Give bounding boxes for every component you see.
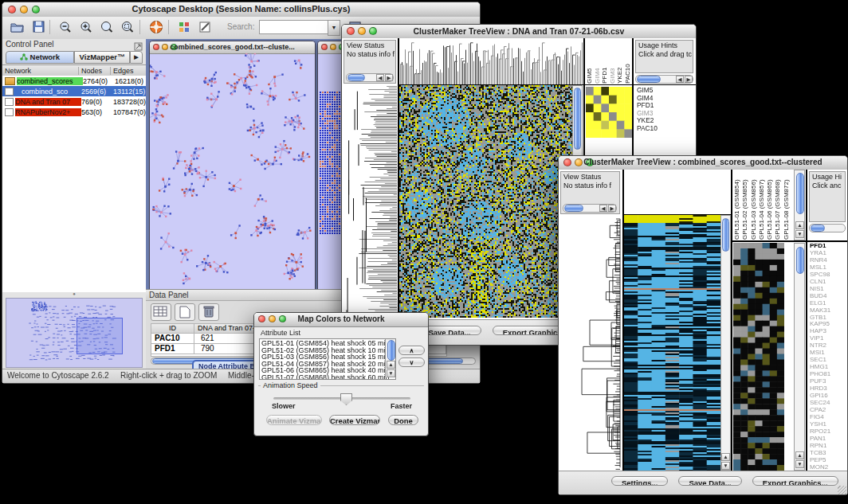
tab-network[interactable]: Network (6, 51, 74, 64)
tv2-column-label[interactable]: GPL51-04 (GSM857) (758, 171, 766, 240)
scroll-right-icon[interactable]: ▶ (385, 74, 393, 81)
scroll-left-icon[interactable]: ◀ (599, 205, 607, 212)
scroll-down-icon[interactable]: ▼ (795, 230, 804, 238)
slider-thumb[interactable] (340, 393, 352, 405)
dialog-titlebar[interactable]: Map Colors to Network (254, 313, 428, 327)
tv2-action-button[interactable]: Export Graphics... (752, 476, 838, 486)
attribute-table-icon[interactable] (151, 303, 171, 321)
scrollbar-thumb[interactable] (564, 205, 583, 212)
panel-splitter-handle[interactable]: ● (2, 292, 146, 297)
scroll-up-icon[interactable]: ▲ (721, 453, 730, 461)
save-icon[interactable] (29, 18, 49, 37)
overview-viewport-rect[interactable] (77, 318, 123, 354)
scrollbar-thumb[interactable] (722, 218, 729, 252)
tv1-column-label[interactable]: YKE2 (616, 39, 624, 84)
tv2-heatmap-canvas[interactable] (624, 215, 720, 471)
delete-attribute-icon[interactable] (198, 303, 219, 321)
create-vizmap-button[interactable]: Create Vizmap (329, 415, 380, 425)
tv2-action-button[interactable]: Save Data... (678, 476, 741, 486)
zoom-out-icon[interactable] (55, 18, 76, 37)
network-list-row[interactable]: RNAPuberNov2+ 563(0) 107847(0) (2, 107, 146, 117)
tv2-column-label[interactable]: GPL51-08 (GSM872) (783, 171, 791, 240)
scroll-up-icon[interactable]: ▲ (387, 361, 395, 369)
search-input[interactable] (259, 20, 329, 34)
tv1-gene-item[interactable]: PAC10 (637, 125, 693, 133)
scroll-down-icon[interactable]: ▼ (721, 462, 730, 470)
tv2-column-label[interactable]: GPL51-06 (GSM865) (766, 171, 774, 240)
move-down-button[interactable]: ∨ (398, 357, 425, 367)
tv2-zoom-heatmap-canvas[interactable] (733, 243, 784, 471)
tv1-column-label[interactable]: PFD1 (601, 39, 609, 84)
scrollbar-thumb[interactable] (796, 173, 804, 214)
tv2-zoom-vscrollbar[interactable]: ▲ ▼ (794, 243, 805, 471)
zoom-in-icon[interactable] (76, 18, 96, 37)
tv2-gene-item[interactable]: MON2 (810, 464, 846, 471)
treeview2-titlebar[interactable]: ClusterMaker TreeView : combined_scores_… (559, 156, 847, 170)
tv2-column-label[interactable]: GPL51-03 (GSM856) (750, 171, 758, 240)
tv1-column-dendrogram-canvas[interactable] (399, 39, 583, 84)
attribute-listbox[interactable]: GPL51-01 (GSM854) heat shock 05 minGPL51… (259, 338, 396, 380)
scroll-up-icon[interactable]: ▲ (795, 221, 804, 229)
tv1-column-label[interactable]: GIM4 (594, 39, 602, 84)
scroll-up-icon[interactable]: ▲ (795, 451, 804, 459)
scroll-right-icon[interactable]: ▶ (608, 205, 616, 212)
tv1-column-label[interactable]: PAC10 (624, 39, 632, 84)
tv1-row-dendrogram-canvas[interactable] (344, 85, 397, 318)
network-graph-canvas[interactable] (150, 53, 313, 288)
tv2-row-dendrogram-canvas[interactable] (559, 216, 622, 471)
minimize-button[interactable] (330, 44, 336, 50)
scroll-left-icon[interactable]: ◀ (376, 74, 384, 81)
network-list-row[interactable]: combined_sco 2569(6) 13112(15) (2, 86, 146, 96)
network-overview-panel[interactable] (6, 298, 143, 368)
tv2-labels-vscrollbar[interactable]: ▲ ▼ (794, 170, 805, 240)
annotation-icon[interactable] (195, 18, 216, 37)
tv2-column-label[interactable]: GPL51-01 (GSM854) (733, 171, 741, 240)
tv2-column-label[interactable]: GPL51-07 (GSM868) (774, 171, 782, 240)
open-file-icon[interactable] (7, 18, 28, 37)
network-file-icon (5, 77, 15, 85)
tv1-column-label[interactable]: GIM3 (609, 39, 617, 84)
data-panel-title: Data Panel (149, 291, 188, 299)
done-button[interactable]: Done (388, 415, 418, 425)
tab-vizmapper[interactable]: VizMapper™ (74, 51, 130, 64)
attribute-item[interactable]: GPL51-07 (GSM868) heat shock 60 min (261, 374, 384, 380)
treeview1-titlebar[interactable]: ClusterMaker TreeView : DNA and Tran 07-… (342, 25, 696, 39)
tv1-heatmap-canvas[interactable] (399, 85, 572, 318)
search-dropdown-icon[interactable]: ▼ (328, 20, 340, 36)
tv1-correlation-matrix-canvas[interactable] (586, 87, 632, 138)
tv2-column-label[interactable]: GPL51-02 (GSM855) (741, 171, 749, 240)
close-button[interactable] (321, 44, 328, 50)
scroll-down-icon[interactable]: ▼ (387, 369, 395, 377)
zoom-fit-icon[interactable] (96, 18, 117, 37)
move-up-button[interactable]: ∧ (398, 346, 425, 355)
scrollbar-thumb[interactable] (811, 225, 825, 232)
scrollbar-thumb[interactable] (637, 76, 661, 83)
tv2-status-hscrollbar[interactable]: ◀ ▶ (563, 204, 617, 213)
tv1-column-label[interactable]: GIM5 (586, 39, 594, 84)
scroll-left-icon[interactable]: ◀ (676, 76, 684, 83)
main-titlebar[interactable]: Cytoscape Desktop (Session Name: collins… (2, 2, 480, 18)
resize-grip[interactable] (838, 486, 846, 494)
scrollbar-thumb[interactable] (574, 88, 581, 150)
tv2-action-button[interactable]: Settings... (611, 476, 668, 486)
tab-overflow-arrow-icon[interactable]: ▶ (130, 51, 143, 64)
new-attribute-icon[interactable] (175, 303, 195, 321)
animation-speed-slider[interactable] (273, 397, 410, 400)
zoom-selected-icon[interactable] (117, 18, 138, 37)
tv1-status-hscrollbar[interactable]: ◀ ▶ (346, 73, 394, 82)
tv2-heatmap-vscrollbar[interactable]: ▲ ▼ (720, 215, 731, 471)
animate-vizmap-button[interactable]: Animate Vizmap (266, 415, 322, 425)
help-icon[interactable] (146, 18, 167, 37)
scrollbar-thumb[interactable] (387, 340, 395, 361)
scroll-right-icon[interactable]: ▶ (685, 76, 693, 83)
tv2-hints-hscrollbar[interactable] (809, 224, 846, 232)
attribute-list-vscrollbar[interactable]: ▲ ▼ (385, 339, 395, 377)
network-view-titlebar[interactable]: combined_scores_good.txt--cluste... (150, 41, 315, 54)
vizmapper-shortcut-icon[interactable] (175, 18, 195, 37)
network-list-row[interactable]: combined_scores 2764(0) 16218(0) (2, 76, 146, 86)
network-list-row[interactable]: DNA and Tran 07 769(0) 183728(0) (2, 96, 146, 107)
scrollbar-thumb[interactable] (796, 247, 804, 274)
scrollbar-thumb[interactable] (347, 74, 365, 81)
scroll-down-icon[interactable]: ▼ (795, 460, 804, 468)
tv1-hints-hscrollbar[interactable]: ◀ ▶ (635, 75, 693, 84)
